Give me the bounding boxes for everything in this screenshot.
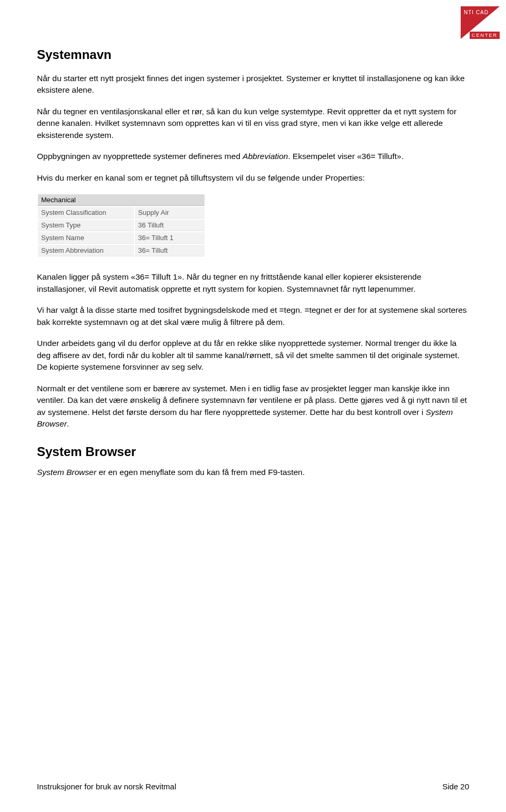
page-footer: Instruksjoner for bruk av norsk Revitmal… — [37, 782, 469, 791]
logo-text-bottom: CENTER — [470, 32, 500, 39]
paragraph: System Browser er en egen menyflate som … — [37, 467, 469, 478]
paragraph: Vi har valgt å la disse starte med tosif… — [37, 304, 469, 328]
table-row: System Name 36= Tilluft 1 — [38, 232, 205, 244]
prop-val: 36= Tilluft — [135, 245, 205, 256]
prop-key: System Type — [38, 220, 134, 231]
paragraph: Oppbygningen av nyopprettede systemer de… — [37, 151, 469, 162]
properties-table: Mechanical System Classification Supply … — [37, 193, 206, 258]
logo-text-top: NTI CAD — [464, 9, 489, 15]
paragraph: Normalt er det ventilene som er bærere a… — [37, 383, 469, 430]
text: er en egen menyflate som du kan få frem … — [96, 468, 305, 477]
italic-text: System Browser — [37, 468, 96, 477]
table-header-row: Mechanical — [38, 194, 205, 206]
prop-key: System Name — [38, 232, 134, 244]
table-row: System Type 36 Tilluft — [38, 220, 205, 231]
table-row: System Classification Supply Air — [38, 207, 205, 219]
table-header: Mechanical — [38, 194, 205, 206]
text: Oppbygningen av nyopprettede systemer de… — [37, 152, 242, 161]
footer-left: Instruksjoner for bruk av norsk Revitmal — [37, 782, 176, 791]
paragraph: Når du starter ett nytt prosjekt finnes … — [37, 73, 469, 96]
text: . Eksempelet viser «36= Tilluft». — [288, 152, 404, 161]
table-row: System Abbreviation 36= Tilluft — [38, 245, 205, 256]
prop-val: 36= Tilluft 1 — [135, 232, 205, 244]
prop-val: Supply Air — [135, 207, 205, 219]
italic-text: Abbreviation — [242, 152, 288, 161]
footer-right: Side 20 — [442, 782, 469, 791]
heading-systemnavn: Systemnavn — [37, 47, 469, 62]
text: Normalt er det ventilene som er bærere a… — [37, 384, 467, 417]
text: . — [67, 419, 69, 428]
document-page: NTI CAD CENTER Systemnavn Når du starter… — [0, 0, 506, 812]
paragraph: Hvis du merker en kanal som er tegnet på… — [37, 172, 469, 184]
paragraph: Når du tegner en ventilasjonskanal eller… — [37, 106, 469, 141]
paragraph: Under arbeidets gang vil du derfor opple… — [37, 338, 469, 373]
prop-key: System Abbreviation — [38, 245, 134, 256]
heading-system-browser: System Browser — [37, 444, 469, 459]
prop-val: 36 Tilluft — [135, 220, 205, 231]
prop-key: System Classification — [38, 207, 134, 219]
logo: NTI CAD CENTER — [461, 6, 500, 39]
paragraph: Kanalen ligger på system «36= Tilluft 1»… — [37, 271, 469, 295]
